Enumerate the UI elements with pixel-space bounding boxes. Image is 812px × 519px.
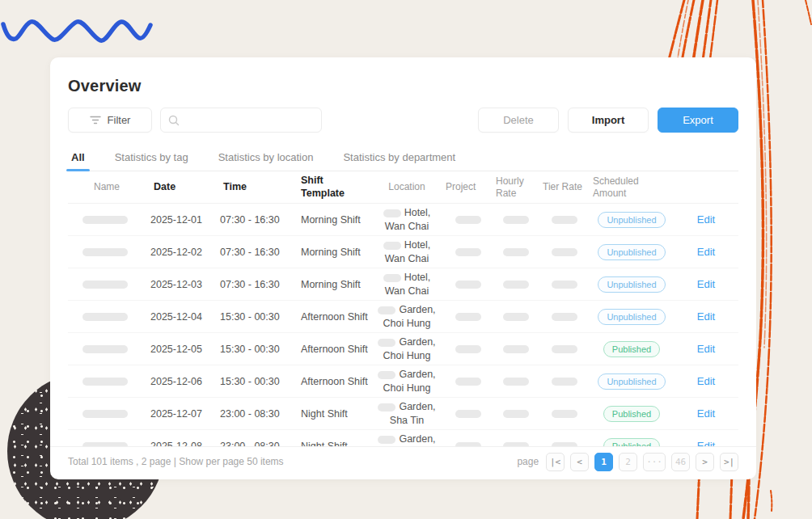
edit-link[interactable]: Edit <box>697 278 715 290</box>
cell-status: Unpublished <box>590 309 674 325</box>
cell-name <box>68 410 133 418</box>
location-line1: Garden, <box>399 433 435 445</box>
edit-link[interactable]: Edit <box>697 440 715 446</box>
edit-link[interactable]: Edit <box>697 375 715 387</box>
cell-tier-rate <box>539 410 590 418</box>
toolbar: Filter Delete Import Export <box>68 108 738 133</box>
cell-name <box>68 313 133 321</box>
previous-page-button[interactable]: < <box>570 453 589 471</box>
export-button[interactable]: Export <box>658 108 738 133</box>
cell-status: Unpublished <box>590 212 674 228</box>
tier-rate-placeholder-pill <box>552 410 577 418</box>
last-page-button[interactable]: >| <box>720 453 738 471</box>
location-placeholder-pill <box>378 306 395 314</box>
hourly-rate-placeholder-pill <box>503 216 529 224</box>
hourly-rate-placeholder-pill <box>503 378 529 386</box>
tab-all[interactable]: All <box>70 146 87 171</box>
cell-hourly-rate <box>493 216 539 224</box>
column-header-hourly-rate: Hourly Rate <box>493 175 539 200</box>
location-line2: Sha Tin <box>390 415 424 426</box>
cell-shift-template: Night Shift <box>291 441 370 446</box>
cell-location: Hotel, Wan Chai <box>370 271 444 298</box>
hourly-rate-placeholder-pill <box>503 345 529 353</box>
location-line1: Hotel, <box>404 272 431 283</box>
cell-edit: Edit <box>674 343 738 355</box>
project-placeholder-pill <box>455 313 481 321</box>
edit-link[interactable]: Edit <box>697 310 715 323</box>
table-row: 2025-12-03 07:30 - 16:30 Morning Shift H… <box>68 268 738 301</box>
name-placeholder-pill <box>82 378 128 386</box>
cell-shift-template: Afternoon Shift <box>291 344 370 355</box>
cell-project <box>444 216 493 224</box>
page-2-button[interactable]: 2 <box>619 453 637 471</box>
location-placeholder-pill <box>383 274 401 282</box>
cell-location: Hotel, Wan Chai <box>370 206 444 234</box>
location-placeholder-pill <box>383 242 401 250</box>
cell-shift-template: Afternoon Shift <box>291 376 370 387</box>
column-header-tier-rate: Tier Rate <box>539 181 590 193</box>
delete-button[interactable]: Delete <box>478 108 559 133</box>
first-page-button[interactable]: |< <box>546 453 565 471</box>
cell-date: 2025-12-06 <box>133 376 209 387</box>
cell-location: Garden, Sha Tin <box>370 400 444 428</box>
location-line2: Choi Hung <box>383 382 430 394</box>
cell-shift-template: Morning Shift <box>291 214 370 226</box>
status-badge: Unpublished <box>598 212 665 228</box>
page-title: Overview <box>68 77 738 95</box>
cell-hourly-rate <box>493 345 539 353</box>
search-box[interactable] <box>160 108 322 133</box>
filter-button[interactable]: Filter <box>68 108 152 133</box>
name-placeholder-pill <box>82 248 128 256</box>
name-placeholder-pill <box>82 345 128 353</box>
table-row: 2025-12-08 23:00 - 08:30 Night Shift Gar… <box>68 430 738 446</box>
name-placeholder-pill <box>82 216 128 224</box>
edit-link[interactable]: Edit <box>697 343 715 355</box>
filter-icon <box>90 116 101 124</box>
cell-shift-template: Afternoon Shift <box>291 311 370 323</box>
cell-tier-rate <box>539 345 590 353</box>
cell-name <box>68 248 133 256</box>
cell-edit: Edit <box>674 278 738 290</box>
project-placeholder-pill <box>455 248 481 256</box>
search-icon <box>168 115 180 126</box>
cell-edit: Edit <box>674 213 738 226</box>
edit-link[interactable]: Edit <box>697 213 715 226</box>
cell-status: Published <box>590 406 674 422</box>
edit-link[interactable]: Edit <box>697 246 715 258</box>
status-badge: Unpublished <box>598 373 665 390</box>
search-input[interactable] <box>185 114 328 126</box>
tab-statistics-by-location[interactable]: Statistics by location <box>217 146 315 171</box>
cell-date: 2025-12-07 <box>133 408 209 420</box>
cell-tier-rate <box>539 248 590 256</box>
cell-status: Unpublished <box>590 244 674 260</box>
import-button[interactable]: Import <box>568 108 649 133</box>
page-1-button[interactable]: 1 <box>594 453 613 471</box>
cell-name <box>68 216 133 224</box>
cell-project <box>444 345 493 353</box>
pagination: page |< < 1 2 ··· 46 > >| <box>517 453 738 471</box>
page-label: page <box>517 456 539 467</box>
table-row: 2025-12-07 23:00 - 08:30 Night Shift Gar… <box>68 398 738 430</box>
cell-project <box>444 378 493 386</box>
cell-location: Garden, Choi Hung <box>370 303 444 331</box>
cell-date: 2025-12-08 <box>133 441 209 446</box>
cell-edit: Edit <box>674 407 738 420</box>
location-line2: Wan Chai <box>385 253 429 264</box>
hourly-rate-placeholder-pill <box>503 248 529 256</box>
column-header-date: Date <box>133 181 209 194</box>
cell-shift-template: Morning Shift <box>291 279 370 290</box>
tier-rate-placeholder-pill <box>552 378 577 386</box>
blue-squiggle-decoration <box>3 22 150 41</box>
location-placeholder-pill <box>383 209 401 217</box>
location-line1: Garden, <box>399 304 435 315</box>
location-line2: Wan Chai <box>385 285 429 297</box>
next-page-button[interactable]: > <box>696 453 714 471</box>
cell-status: Unpublished <box>590 373 674 390</box>
tab-statistics-by-tag[interactable]: Statistics by tag <box>113 146 190 171</box>
table-row: 2025-12-01 07:30 - 16:30 Morning Shift H… <box>68 204 738 236</box>
status-badge: Unpublished <box>598 244 665 260</box>
edit-link[interactable]: Edit <box>697 407 715 420</box>
page-46-button[interactable]: 46 <box>671 453 690 471</box>
tab-statistics-by-department[interactable]: Statistics by department <box>341 146 457 171</box>
page-ellipsis-button[interactable]: ··· <box>643 453 666 471</box>
